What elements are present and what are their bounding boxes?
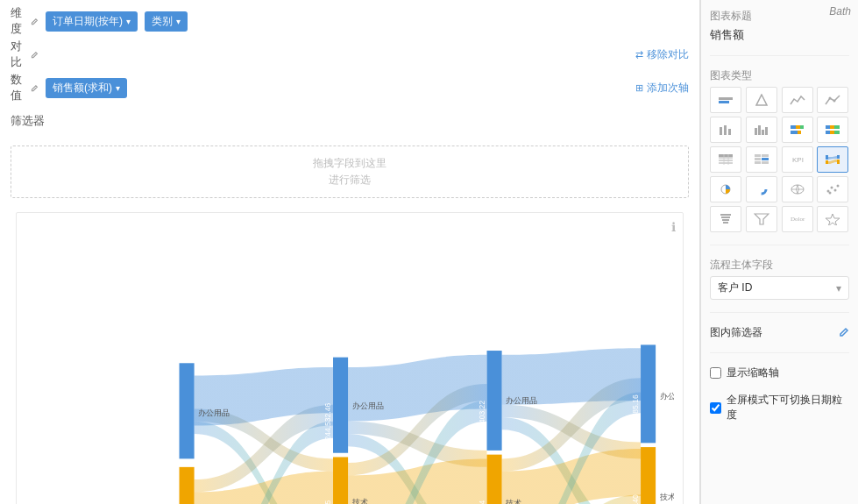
- pie-chart-btn[interactable]: [710, 176, 741, 202]
- donut-chart-btn[interactable]: [746, 176, 777, 202]
- h100-chart-btn[interactable]: [817, 117, 848, 143]
- vbar-chart-btn[interactable]: [710, 117, 741, 143]
- value-label: 数值: [11, 72, 39, 103]
- svg-rect-6: [724, 125, 727, 135]
- svg-point-41: [757, 185, 766, 194]
- svg-rect-7: [728, 129, 731, 135]
- sankey-chart: 243,665.18 332,495.40 330,167.45 244,532…: [25, 222, 674, 504]
- chart-title-value: 销售额: [710, 27, 849, 43]
- dimension-row: 维度 订单日期(按年) ▾ 类别 ▾: [11, 9, 689, 33]
- flow-field-select[interactable]: 客户 ID ▾: [710, 276, 849, 300]
- dim-tag-date[interactable]: 订单日期(按年) ▾: [46, 11, 138, 32]
- table-chart-btn[interactable]: [710, 146, 741, 173]
- svg-rect-13: [796, 125, 800, 129]
- label-2016-tech: 技术: [505, 498, 521, 504]
- svg-point-48: [829, 192, 832, 195]
- svg-rect-39: [837, 160, 840, 164]
- special2-chart-btn[interactable]: [817, 206, 848, 232]
- kpi-chart-btn[interactable]: KPI: [782, 146, 813, 173]
- label-2015-office: 办公用品: [352, 401, 384, 410]
- svg-rect-11: [765, 127, 768, 135]
- vbar2-chart-btn[interactable]: [746, 117, 777, 143]
- svg-rect-20: [826, 131, 830, 134]
- compare-row: 对比 ⇄ 移除对比: [11, 42, 689, 67]
- value-tag-chevron: ▾: [116, 83, 120, 93]
- show-mini-axis-row: 显示缩略轴: [710, 366, 849, 380]
- value-tag[interactable]: 销售额(求和) ▾: [46, 78, 127, 98]
- remove-compare-btn[interactable]: ⇄ 移除对比: [635, 47, 689, 62]
- line-chart-btn[interactable]: [817, 87, 848, 113]
- svg-rect-16: [798, 131, 801, 134]
- svg-rect-30: [762, 154, 769, 157]
- show-mini-axis-label: 显示缩略轴: [727, 366, 779, 380]
- inner-filter-edit-btn[interactable]: [839, 326, 849, 339]
- label-2015-tech: 技术: [351, 497, 368, 504]
- svg-rect-49: [720, 214, 731, 216]
- val-2014-office: 243,665.18: [170, 411, 179, 449]
- divider-3: [710, 312, 849, 313]
- label-2017-tech: 技术: [659, 492, 674, 501]
- flow-field-chevron: ▾: [836, 282, 841, 295]
- svg-point-4: [833, 100, 836, 103]
- hstack-chart-btn[interactable]: [782, 117, 813, 143]
- val-2017-office: 327,785.16: [631, 394, 640, 432]
- scatter-chart-btn[interactable]: [817, 176, 848, 202]
- filter-chart-btn[interactable]: [746, 206, 777, 232]
- compare-edit-icon[interactable]: [31, 49, 39, 60]
- compare-label: 对比: [11, 39, 39, 70]
- filter-drop-area[interactable]: 拖拽字段到这里进行筛选: [11, 146, 689, 198]
- svg-rect-15: [791, 131, 798, 134]
- dim-tag-date-chevron: ▾: [126, 17, 131, 26]
- node-2017-tech: [641, 447, 656, 504]
- node-2015-office: [333, 358, 348, 453]
- label-2016-office: 办公用品: [506, 395, 537, 405]
- dim-tag-category-chevron: ▾: [176, 17, 181, 26]
- funnel-chart-btn[interactable]: [710, 206, 741, 232]
- dimension-label: 维度: [11, 5, 39, 37]
- word-cloud-chart-btn[interactable]: Dolor: [782, 206, 813, 232]
- node-2015-tech: [333, 457, 348, 504]
- svg-marker-55: [826, 214, 840, 225]
- bar-chart-btn[interactable]: [710, 87, 741, 113]
- full-screen-switch-checkbox[interactable]: [710, 402, 721, 414]
- full-screen-switch-label: 全屏模式下可切换日期粒度: [727, 393, 849, 422]
- dimension-edit-icon[interactable]: [31, 16, 39, 26]
- flow-field-label: 流程主体字段: [710, 258, 849, 273]
- geo-chart-btn[interactable]: [782, 176, 813, 202]
- add-axis-btn[interactable]: ⊞ 添加次轴: [635, 81, 689, 96]
- svg-rect-21: [830, 131, 834, 134]
- inner-filter-label: 图内筛选器: [710, 325, 762, 340]
- svg-point-45: [831, 187, 833, 189]
- chart-title-section: 图表标题 销售额: [710, 9, 849, 43]
- chart-info-icon[interactable]: ℹ: [671, 220, 676, 234]
- pivot-chart-btn[interactable]: [746, 146, 777, 173]
- chart-title-label: 图表标题: [710, 9, 849, 24]
- divider-4: [710, 352, 849, 353]
- svg-rect-10: [762, 130, 764, 135]
- label-2017-office: 办公用品: [660, 391, 674, 401]
- value-row: 数值 销售额(求和) ▾ ⊞ 添加次轴: [11, 75, 689, 100]
- svg-rect-37: [826, 160, 828, 164]
- svg-rect-33: [755, 161, 761, 164]
- sankey-chart-btn[interactable]: [817, 146, 848, 173]
- node-2014-tech: [180, 467, 195, 504]
- val-2017-tech: 383,192.40: [631, 494, 640, 504]
- svg-rect-50: [721, 217, 730, 218]
- area-chart-btn[interactable]: [782, 87, 813, 113]
- value-edit-icon[interactable]: [31, 82, 39, 93]
- svg-marker-2: [756, 95, 767, 105]
- flow-field-value: 客户 ID: [718, 280, 752, 295]
- svg-point-3: [829, 97, 832, 100]
- svg-rect-51: [722, 219, 729, 221]
- label-2014-office: 办公用品: [198, 408, 230, 417]
- dim-tag-category[interactable]: 类别 ▾: [145, 11, 188, 32]
- show-mini-axis-checkbox[interactable]: [710, 367, 721, 379]
- svg-rect-0: [719, 97, 733, 100]
- triangle-chart-btn[interactable]: [746, 87, 777, 113]
- val-2016-tech: 365,237.34: [478, 500, 486, 504]
- val-2015-tech: 324,531.55: [323, 500, 332, 504]
- svg-rect-1: [719, 101, 729, 103]
- svg-rect-36: [826, 155, 828, 160]
- svg-rect-18: [830, 125, 834, 129]
- svg-rect-38: [837, 155, 840, 159]
